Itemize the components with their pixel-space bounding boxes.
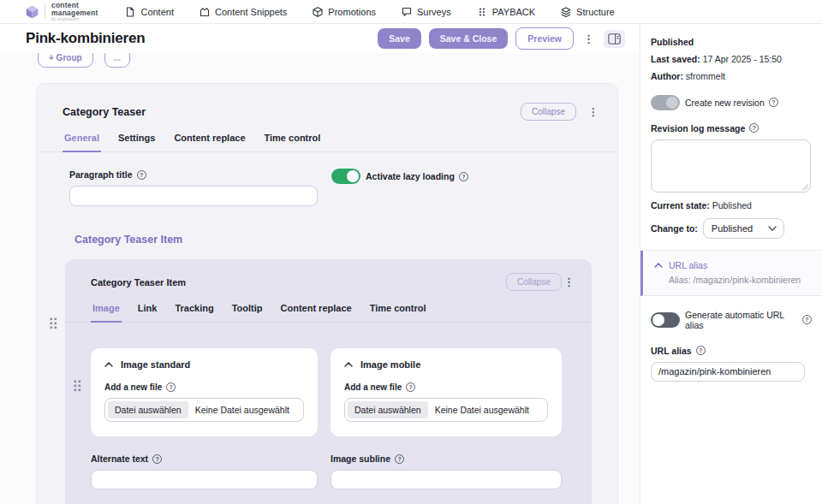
help-icon[interactable]: ?	[152, 454, 162, 464]
drag-handle-icon[interactable]	[49, 317, 58, 330]
card-header: Image standard	[104, 359, 304, 370]
general-form-row: Paragraph title ? Activate lazy loading …	[37, 152, 617, 206]
add-file-label: Add a new file ?	[104, 382, 304, 392]
tab-general[interactable]: General	[63, 133, 101, 152]
app-logo[interactable]: content management by empiriecom	[26, 2, 98, 21]
create-revision-label: Create new revision ?	[685, 98, 778, 108]
paragraph-title-field: Paragraph title ?	[69, 169, 318, 206]
alternate-text-input[interactable]	[91, 470, 318, 489]
logo-text: content management by empiriecom	[51, 2, 98, 21]
last-saved-line: Last saved: 17 Apr 2025 - 15:50	[651, 53, 812, 65]
main-content: + Group ... Category Teaser Collapse ⋮ G…	[0, 53, 639, 504]
create-revision-toggle[interactable]	[651, 95, 680, 110]
panel-title: Category Teaser	[63, 106, 146, 118]
save-close-button[interactable]: Save & Close	[429, 28, 509, 49]
toggle-knob	[666, 97, 678, 109]
nav-item-structure[interactable]: Structure	[561, 7, 615, 17]
choose-file-button[interactable]: Datei auswählen	[108, 401, 188, 418]
status-badge: Published	[651, 37, 694, 47]
nav-label: Content Snippets	[215, 7, 287, 17]
kebab-menu-icon[interactable]: ⋮	[587, 107, 600, 117]
tab-link[interactable]: Link	[136, 303, 159, 322]
paragraph-title-input[interactable]	[69, 186, 318, 206]
tab-time-control[interactable]: Time control	[263, 133, 323, 151]
chevron-up-icon[interactable]	[344, 362, 353, 367]
save-button[interactable]: Save	[378, 28, 421, 49]
help-icon[interactable]: ?	[749, 123, 759, 133]
collapse-button[interactable]: Collapse	[521, 103, 576, 121]
nav-item-payback[interactable]: PAYBACK	[477, 7, 535, 17]
url-alias-label: URL alias ?	[651, 346, 812, 356]
tab-time-control[interactable]: Time control	[368, 303, 428, 322]
change-to-select[interactable]: Published	[703, 218, 784, 239]
file-input[interactable]: Datei auswählen Keine Datei ausgewählt	[344, 398, 548, 422]
kebab-menu-icon[interactable]: ⋮	[581, 33, 596, 44]
tab-image[interactable]: Image	[91, 303, 122, 323]
paragraph-title-label: Paragraph title ?	[69, 169, 318, 180]
tab-content-replace[interactable]: Content replace	[279, 303, 354, 322]
chat-bubble-icon	[402, 7, 412, 17]
help-icon[interactable]: ?	[802, 315, 812, 324]
url-alias-current: Alias: /magazin/pink-kombinieren	[669, 275, 813, 285]
page-title: Pink-kombinieren	[26, 30, 145, 47]
chevron-down-icon	[768, 226, 777, 231]
chevron-up-icon[interactable]	[104, 362, 113, 367]
dots-grid-icon	[477, 7, 487, 17]
help-icon[interactable]: ?	[769, 98, 778, 107]
add-file-label: Add a new file ?	[344, 382, 548, 392]
tab-settings[interactable]: Settings	[116, 133, 157, 151]
nav-label: Promotions	[328, 7, 376, 17]
tab-content-replace[interactable]: Content replace	[172, 133, 247, 151]
card-header: Image mobile	[344, 359, 548, 370]
lazy-loading-label: Activate lazy loading ?	[366, 171, 468, 181]
help-icon[interactable]: ?	[166, 382, 176, 392]
main-nav: Content Content Snippets Promotions Surv…	[125, 7, 614, 17]
file-icon	[125, 7, 135, 17]
preview-button[interactable]: Preview	[515, 27, 574, 50]
layers-icon	[561, 7, 571, 17]
nav-item-content-snippets[interactable]: Content Snippets	[200, 7, 287, 17]
nav-label: Surveys	[417, 7, 451, 17]
revision-log-textarea[interactable]	[651, 139, 811, 193]
help-icon[interactable]: ?	[459, 172, 468, 181]
tab-tracking[interactable]: Tracking	[173, 303, 215, 322]
file-input[interactable]: Datei auswählen Keine Datei ausgewählt	[104, 398, 304, 422]
item-panel-title: Category Teaser Item	[91, 277, 186, 288]
image-subline-input[interactable]	[331, 470, 562, 489]
nav-label: PAYBACK	[492, 7, 535, 17]
collapse-button[interactable]: Collapse	[506, 273, 562, 291]
choose-file-button[interactable]: Datei auswählen	[348, 401, 428, 418]
help-icon[interactable]: ?	[137, 170, 146, 180]
help-icon[interactable]: ?	[696, 346, 706, 355]
generate-alias-label: Generate automatic URL alias ?	[685, 310, 812, 330]
lazy-loading-toggle-row: Activate lazy loading ?	[331, 169, 468, 184]
image-subline-field: Image subline ?	[331, 454, 562, 489]
drag-handle-icon[interactable]	[73, 379, 82, 393]
nav-label: Structure	[576, 7, 615, 17]
chevron-up-icon	[654, 263, 663, 268]
file-status-text: Keine Datei ausgewählt	[195, 405, 289, 415]
nav-item-surveys[interactable]: Surveys	[402, 7, 451, 17]
nav-item-promotions[interactable]: Promotions	[313, 7, 376, 17]
card-title: Image standard	[121, 359, 190, 370]
header-actions: Save Save & Close Preview ⋮	[378, 27, 625, 50]
image-mobile-card: Image mobile Add a new file ? Datei ausw…	[331, 348, 562, 436]
url-alias-section: URL alias Alias: /magazin/pink-kombinier…	[640, 251, 822, 296]
url-alias-section-toggle[interactable]: URL alias	[654, 260, 813, 270]
help-icon[interactable]: ?	[395, 454, 404, 464]
help-icon[interactable]: ?	[406, 382, 415, 392]
right-sidebar: Published Last saved: 17 Apr 2025 - 15:5…	[640, 24, 822, 504]
tab-tooltip[interactable]: Tooltip	[230, 303, 265, 322]
sidebar-toggle-button[interactable]	[604, 30, 625, 48]
generate-alias-row: Generate automatic URL alias ?	[651, 310, 812, 330]
url-alias-input[interactable]	[651, 362, 805, 382]
image-cards-row: Image standard Add a new file ? Datei au…	[65, 323, 592, 436]
author-line: Author: sfrommelt	[651, 70, 812, 82]
toggle-knob	[652, 314, 664, 326]
kebab-menu-icon[interactable]: ⋮	[562, 276, 576, 288]
page-header: Pink-kombinieren Save Save & Close Previ…	[0, 24, 639, 53]
generate-alias-toggle[interactable]	[651, 312, 680, 328]
alternate-text-label: Alternate text ?	[91, 454, 318, 464]
lazy-loading-toggle[interactable]	[331, 169, 360, 184]
nav-item-content[interactable]: Content	[125, 7, 174, 17]
